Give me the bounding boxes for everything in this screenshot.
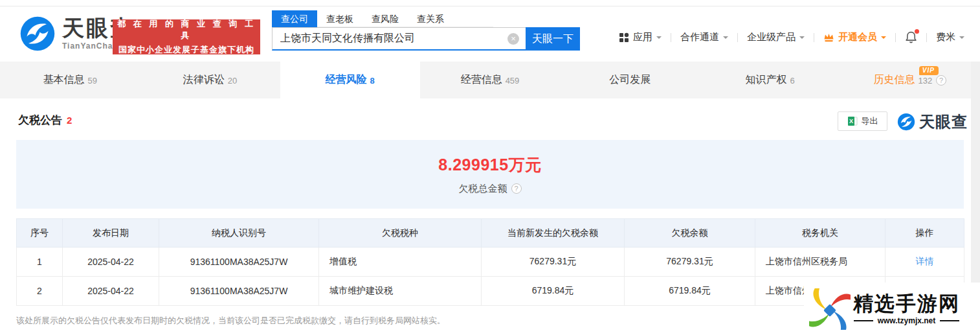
chevron-down-icon: [881, 36, 886, 41]
search-tab-boss[interactable]: 查老板: [317, 10, 362, 27]
divider: [926, 33, 927, 42]
tax-total-label: 欠税总金额: [459, 183, 507, 195]
search-tab-risk[interactable]: 查风险: [362, 10, 408, 27]
divider: [814, 33, 814, 42]
tab-intellectual-property[interactable]: 知识产权6: [700, 62, 840, 98]
col-arrears-balance: 欠税余额: [625, 219, 755, 248]
col-taxpayer-id: 纳税人识别号: [159, 219, 319, 248]
search-button[interactable]: 天眼一下: [526, 27, 580, 51]
watermark-site-url: www.tzymjx.net: [854, 316, 960, 325]
chevron-down-icon: [723, 36, 728, 41]
chevron-down-icon: [656, 36, 662, 41]
col-no: 序号: [17, 219, 63, 248]
search-input[interactable]: [273, 28, 526, 49]
excel-icon: X: [847, 116, 858, 126]
tab-operating-info[interactable]: 经营信息459: [420, 62, 560, 98]
tab-operating-risk[interactable]: 经营风险8: [280, 62, 420, 98]
notification-dot: [915, 29, 919, 34]
apps-grid-icon: [619, 32, 629, 43]
user-menu[interactable]: 费米: [936, 31, 964, 43]
search-tabs: 查公司 查老板 查风险 查关系: [272, 10, 493, 27]
divider: [895, 33, 896, 42]
divider: [671, 33, 671, 42]
vip-badge: VIP: [919, 66, 939, 75]
svg-text:X: X: [849, 118, 852, 124]
help-icon[interactable]: ?: [936, 75, 946, 86]
user-name: 费米: [936, 31, 955, 43]
clear-icon[interactable]: ×: [507, 33, 519, 45]
tianyancha-logo-icon: [19, 16, 56, 52]
search-tab-company[interactable]: 查公司: [272, 10, 317, 27]
section-title: 欠税公告 2: [18, 113, 72, 128]
search-box: 查公司 查老板 查风险 查关系 × 天眼一下: [272, 10, 581, 51]
company-tab-bar: 基本信息59 法律诉讼20 经营风险8 经营信息459 公司发展 知识产权6 V…: [0, 62, 980, 98]
help-icon[interactable]: ?: [511, 183, 522, 194]
tab-legal-proceedings[interactable]: 法律诉讼20: [140, 62, 280, 98]
tax-total-amount: 8.299915万元: [438, 154, 541, 176]
header-nav: 应用 合作通道 企业级产品 开通会员: [619, 31, 964, 43]
table-row: 1 2025-04-22 91361100MA38A25J7W 增值税 7627…: [17, 248, 964, 277]
page: 天眼查 TianYanCha.com 都 在 用 的 商 业 查 询 工 具 国…: [0, 0, 980, 335]
menu-enterprise[interactable]: 企业级产品: [747, 31, 805, 43]
site-watermark: 精选手游网 www.tzymjx.net: [804, 283, 980, 335]
slogan-banner: 都 在 用 的 商 业 查 询 工 具 国家中小企业发展子基金旗下机构: [113, 19, 260, 54]
tax-summary-panel: 8.299915万元 欠税总金额 ?: [16, 140, 964, 209]
tianyancha-logo-icon: [897, 113, 915, 131]
chevron-down-icon: [959, 36, 964, 41]
col-tax-type: 欠税税种: [319, 219, 482, 248]
search-tab-relation[interactable]: 查关系: [408, 10, 453, 27]
detail-link[interactable]: 详情: [916, 256, 934, 266]
menu-partner[interactable]: 合作通道: [680, 31, 728, 43]
notifications-bell[interactable]: [905, 31, 917, 43]
menu-open-vip[interactable]: 开通会员: [823, 31, 886, 43]
slogan-line2: 国家中小企业发展子基金旗下机构: [113, 44, 260, 56]
col-new-arrears: 当前新发生的欠税余额: [482, 219, 625, 248]
tab-company-development[interactable]: 公司发展: [560, 62, 700, 98]
menu-apps[interactable]: 应用: [619, 31, 662, 43]
table-header-row: 序号 发布日期 纳税人识别号 欠税税种 当前新发生的欠税余额 欠税余额 税务机关…: [17, 219, 964, 248]
tab-basic-info[interactable]: 基本信息59: [0, 62, 140, 98]
col-tax-authority: 税务机关: [755, 219, 885, 248]
site-header: 天眼查 TianYanCha.com 都 在 用 的 商 业 查 询 工 具 国…: [0, 6, 980, 62]
crown-icon: [823, 32, 834, 42]
chevron-down-icon: [799, 36, 805, 41]
section-count: 2: [67, 115, 72, 126]
pinwheel-logo-icon: [809, 288, 851, 330]
slogan-line1: 都 在 用 的 商 业 查 询 工 具: [113, 18, 260, 41]
disclaimer-note: 该处所展示的欠税公告仅代表发布日期时的欠税情况，当前该公司是否已完成税款缴交，请…: [16, 315, 445, 327]
col-publish-date: 发布日期: [63, 219, 159, 248]
divider: [737, 33, 738, 42]
watermark-site-name: 精选手游网: [853, 292, 960, 316]
col-action: 操作: [885, 219, 964, 248]
tab-history-info[interactable]: VIP 历史信息 132 ?: [840, 62, 980, 98]
export-button[interactable]: X 导出: [838, 111, 887, 131]
content-brand-watermark: 天眼查: [897, 111, 968, 132]
